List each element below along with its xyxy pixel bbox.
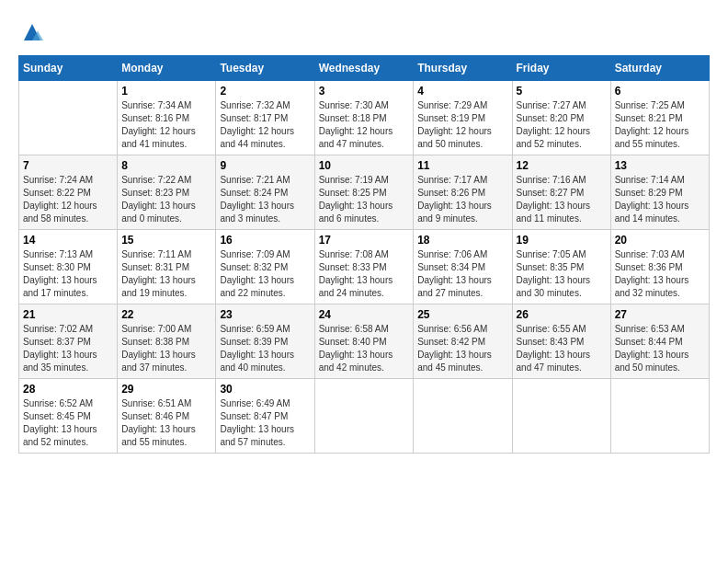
calendar-cell	[414, 379, 512, 454]
calendar-cell: 27Sunrise: 6:53 AMSunset: 8:44 PMDayligh…	[610, 304, 709, 379]
calendar-cell: 12Sunrise: 7:16 AMSunset: 8:27 PMDayligh…	[512, 155, 610, 230]
calendar-cell: 29Sunrise: 6:51 AMSunset: 8:46 PMDayligh…	[118, 379, 216, 454]
calendar-cell: 13Sunrise: 7:14 AMSunset: 8:29 PMDayligh…	[610, 155, 709, 230]
cell-content: Sunrise: 7:34 AMSunset: 8:16 PMDaylight:…	[121, 99, 211, 151]
day-number: 17	[319, 234, 410, 247]
day-number: 14	[23, 234, 113, 247]
day-number: 1	[121, 85, 211, 98]
cell-content: Sunrise: 7:19 AMSunset: 8:25 PMDaylight:…	[319, 174, 410, 225]
calendar-table: SundayMondayTuesdayWednesdayThursdayFrid…	[18, 55, 710, 454]
day-number: 27	[615, 308, 705, 321]
day-number: 23	[220, 308, 310, 321]
day-number: 29	[121, 383, 211, 396]
calendar-cell: 24Sunrise: 6:58 AMSunset: 8:40 PMDayligh…	[314, 304, 414, 379]
day-number: 6	[615, 85, 705, 98]
calendar-week-row: 21Sunrise: 7:02 AMSunset: 8:37 PMDayligh…	[19, 304, 710, 379]
day-number: 9	[220, 159, 310, 172]
calendar-cell: 16Sunrise: 7:09 AMSunset: 8:32 PMDayligh…	[216, 230, 314, 304]
logo	[18, 18, 50, 46]
cell-content: Sunrise: 7:29 AMSunset: 8:19 PMDaylight:…	[417, 99, 507, 151]
calendar-cell: 25Sunrise: 6:56 AMSunset: 8:42 PMDayligh…	[414, 304, 512, 379]
calendar-cell: 15Sunrise: 7:11 AMSunset: 8:31 PMDayligh…	[118, 230, 216, 304]
day-number: 4	[417, 85, 507, 98]
calendar-week-row: 28Sunrise: 6:52 AMSunset: 8:45 PMDayligh…	[19, 379, 710, 454]
day-number: 3	[319, 85, 410, 98]
day-number: 11	[417, 159, 507, 172]
day-number: 5	[517, 85, 607, 98]
weekday-header: Monday	[118, 56, 216, 81]
cell-content: Sunrise: 6:56 AMSunset: 8:42 PMDaylight:…	[417, 323, 507, 374]
day-number: 16	[220, 234, 310, 247]
day-number: 12	[517, 159, 607, 172]
page-header	[18, 18, 710, 46]
calendar-cell: 5Sunrise: 7:27 AMSunset: 8:20 PMDaylight…	[512, 81, 610, 155]
weekday-header: Wednesday	[314, 56, 414, 81]
logo-icon	[18, 18, 46, 46]
cell-content: Sunrise: 7:13 AMSunset: 8:30 PMDaylight:…	[23, 248, 113, 300]
calendar-cell	[512, 379, 610, 454]
day-number: 2	[220, 85, 310, 98]
cell-content: Sunrise: 7:17 AMSunset: 8:26 PMDaylight:…	[417, 174, 507, 225]
calendar-cell	[19, 81, 118, 155]
calendar-cell: 3Sunrise: 7:30 AMSunset: 8:18 PMDaylight…	[314, 81, 414, 155]
cell-content: Sunrise: 7:32 AMSunset: 8:17 PMDaylight:…	[220, 99, 310, 151]
calendar-cell: 1Sunrise: 7:34 AMSunset: 8:16 PMDaylight…	[118, 81, 216, 155]
calendar-cell: 28Sunrise: 6:52 AMSunset: 8:45 PMDayligh…	[19, 379, 118, 454]
cell-content: Sunrise: 7:24 AMSunset: 8:22 PMDaylight:…	[23, 174, 113, 225]
cell-content: Sunrise: 7:08 AMSunset: 8:33 PMDaylight:…	[319, 248, 410, 300]
cell-content: Sunrise: 7:02 AMSunset: 8:37 PMDaylight:…	[23, 323, 113, 374]
weekday-header: Sunday	[19, 56, 118, 81]
day-number: 24	[319, 308, 410, 321]
calendar-cell: 20Sunrise: 7:03 AMSunset: 8:36 PMDayligh…	[610, 230, 709, 304]
calendar-cell: 7Sunrise: 7:24 AMSunset: 8:22 PMDaylight…	[19, 155, 118, 230]
calendar-cell: 21Sunrise: 7:02 AMSunset: 8:37 PMDayligh…	[19, 304, 118, 379]
day-number: 28	[23, 383, 113, 396]
day-number: 25	[417, 308, 507, 321]
weekday-header: Friday	[512, 56, 610, 81]
cell-content: Sunrise: 6:58 AMSunset: 8:40 PMDaylight:…	[319, 323, 410, 374]
weekday-header-row: SundayMondayTuesdayWednesdayThursdayFrid…	[19, 56, 710, 81]
calendar-cell: 22Sunrise: 7:00 AMSunset: 8:38 PMDayligh…	[118, 304, 216, 379]
calendar-week-row: 1Sunrise: 7:34 AMSunset: 8:16 PMDaylight…	[19, 81, 710, 155]
cell-content: Sunrise: 6:55 AMSunset: 8:43 PMDaylight:…	[517, 323, 607, 374]
calendar-cell: 2Sunrise: 7:32 AMSunset: 8:17 PMDaylight…	[216, 81, 314, 155]
cell-content: Sunrise: 7:25 AMSunset: 8:21 PMDaylight:…	[615, 99, 705, 151]
day-number: 26	[517, 308, 607, 321]
calendar-cell: 8Sunrise: 7:22 AMSunset: 8:23 PMDaylight…	[118, 155, 216, 230]
weekday-header: Saturday	[610, 56, 709, 81]
weekday-header: Thursday	[414, 56, 512, 81]
calendar-cell	[314, 379, 414, 454]
calendar-cell: 4Sunrise: 7:29 AMSunset: 8:19 PMDaylight…	[414, 81, 512, 155]
calendar-cell: 19Sunrise: 7:05 AMSunset: 8:35 PMDayligh…	[512, 230, 610, 304]
cell-content: Sunrise: 7:11 AMSunset: 8:31 PMDaylight:…	[121, 248, 211, 300]
calendar-cell: 6Sunrise: 7:25 AMSunset: 8:21 PMDaylight…	[610, 81, 709, 155]
cell-content: Sunrise: 7:14 AMSunset: 8:29 PMDaylight:…	[615, 174, 705, 225]
calendar-cell: 18Sunrise: 7:06 AMSunset: 8:34 PMDayligh…	[414, 230, 512, 304]
day-number: 15	[121, 234, 211, 247]
day-number: 18	[417, 234, 507, 247]
calendar-cell	[610, 379, 709, 454]
cell-content: Sunrise: 6:52 AMSunset: 8:45 PMDaylight:…	[23, 397, 113, 449]
calendar-week-row: 14Sunrise: 7:13 AMSunset: 8:30 PMDayligh…	[19, 230, 710, 304]
calendar-cell: 11Sunrise: 7:17 AMSunset: 8:26 PMDayligh…	[414, 155, 512, 230]
cell-content: Sunrise: 7:05 AMSunset: 8:35 PMDaylight:…	[517, 248, 607, 300]
cell-content: Sunrise: 6:51 AMSunset: 8:46 PMDaylight:…	[121, 397, 211, 449]
cell-content: Sunrise: 7:09 AMSunset: 8:32 PMDaylight:…	[220, 248, 310, 300]
day-number: 21	[23, 308, 113, 321]
calendar-cell: 23Sunrise: 6:59 AMSunset: 8:39 PMDayligh…	[216, 304, 314, 379]
cell-content: Sunrise: 6:59 AMSunset: 8:39 PMDaylight:…	[220, 323, 310, 374]
calendar-cell: 10Sunrise: 7:19 AMSunset: 8:25 PMDayligh…	[314, 155, 414, 230]
calendar-cell: 30Sunrise: 6:49 AMSunset: 8:47 PMDayligh…	[216, 379, 314, 454]
day-number: 8	[121, 159, 211, 172]
day-number: 20	[615, 234, 705, 247]
calendar-cell: 17Sunrise: 7:08 AMSunset: 8:33 PMDayligh…	[314, 230, 414, 304]
cell-content: Sunrise: 7:00 AMSunset: 8:38 PMDaylight:…	[121, 323, 211, 374]
day-number: 10	[319, 159, 410, 172]
cell-content: Sunrise: 7:03 AMSunset: 8:36 PMDaylight:…	[615, 248, 705, 300]
cell-content: Sunrise: 6:49 AMSunset: 8:47 PMDaylight:…	[220, 397, 310, 449]
calendar-cell: 9Sunrise: 7:21 AMSunset: 8:24 PMDaylight…	[216, 155, 314, 230]
calendar-week-row: 7Sunrise: 7:24 AMSunset: 8:22 PMDaylight…	[19, 155, 710, 230]
cell-content: Sunrise: 7:30 AMSunset: 8:18 PMDaylight:…	[319, 99, 410, 151]
cell-content: Sunrise: 7:21 AMSunset: 8:24 PMDaylight:…	[220, 174, 310, 225]
cell-content: Sunrise: 7:27 AMSunset: 8:20 PMDaylight:…	[517, 99, 607, 151]
